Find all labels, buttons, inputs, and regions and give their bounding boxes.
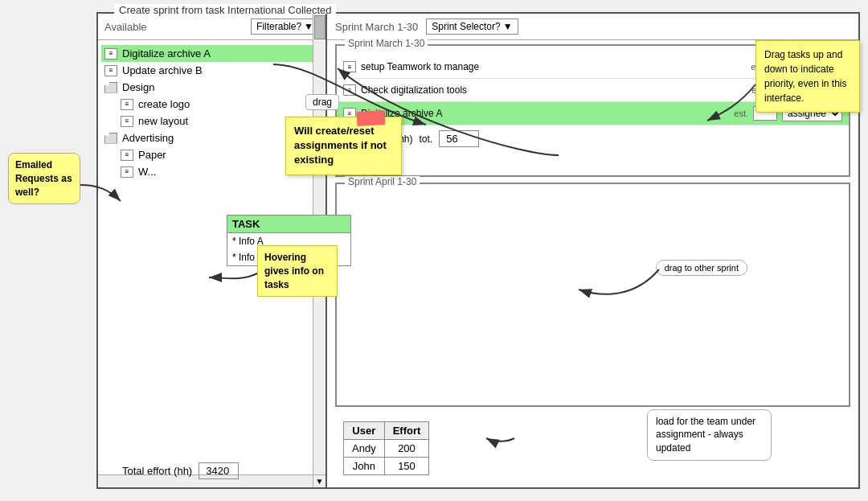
- sprint-selector-label: Sprint Selector?: [432, 21, 500, 32]
- user-cell: Andy: [344, 440, 385, 458]
- sprint-task-name: setup Teamwork to manage: [361, 61, 479, 72]
- total-effort-label: Total effort (hh): [122, 465, 192, 477]
- list-item[interactable]: ≡ create logo: [117, 96, 322, 113]
- task-name: Update archive B: [122, 64, 203, 76]
- folder-icon: [104, 133, 117, 144]
- list-item[interactable]: Design: [101, 79, 322, 96]
- filterable-label: Filterable?: [256, 21, 301, 32]
- task-name: Paper: [138, 149, 166, 161]
- col-header-user: User: [344, 422, 385, 440]
- effort-cell: 200: [384, 440, 429, 458]
- user-cell: John: [344, 458, 385, 475]
- drag-to-sprint-label: drag to other sprint: [656, 260, 747, 276]
- list-item[interactable]: ≡ Digitalize archive A: [101, 45, 322, 62]
- load-bubble: load for the team under assignment - alw…: [647, 409, 772, 461]
- task-icon: ≡: [104, 65, 117, 76]
- total-effort-value: 3420: [199, 462, 239, 479]
- emailed-requests-text: Emailed Requests as well?: [15, 159, 72, 198]
- hover-tooltip: Hovering gives info on tasks: [257, 245, 338, 297]
- summary-table: User Effort Andy 200 John 150: [343, 421, 429, 475]
- emailed-requests-note: Emailed Requests as well?: [8, 153, 80, 204]
- drag-label: drag: [305, 94, 339, 110]
- folder-icon: [104, 82, 117, 93]
- scrollbar-thumb[interactable]: [314, 15, 326, 39]
- filterable-button[interactable]: Filterable? ▼: [251, 18, 319, 35]
- task-name: Design: [122, 81, 154, 93]
- sprint-label: Sprint March 1-30: [335, 21, 418, 33]
- scrollbar-down[interactable]: ▼: [313, 474, 326, 487]
- available-label: Available: [104, 21, 147, 33]
- effort-total-value: 56: [439, 130, 479, 147]
- right-info-text: Drag tasks up and down to indicate prior…: [764, 49, 847, 104]
- task-name: create logo: [138, 98, 190, 110]
- task-name: Advertising: [122, 132, 174, 144]
- sprint-effort-row: Sprint effort (hh) tot. 56: [337, 125, 849, 152]
- table-row: Andy 200: [344, 440, 429, 458]
- sprint-header: Sprint March 1-30 Sprint Selector? ▼: [327, 14, 858, 40]
- sprint-april-title: Sprint April 1-30: [345, 176, 420, 187]
- effort-total-label: tot.: [419, 133, 432, 145]
- sprint-selector-button[interactable]: Sprint Selector? ▼: [426, 18, 518, 35]
- col-header-effort: Effort: [384, 422, 429, 440]
- sprint-april-section: Sprint April 1-30: [335, 183, 850, 407]
- task-icon: ≡: [121, 166, 133, 178]
- effort-cell: 150: [384, 458, 429, 475]
- load-bubble-text: load for the team under assignment - alw…: [656, 416, 755, 454]
- task-icon: ≡: [343, 84, 356, 96]
- sprint-march-title: Sprint March 1-30: [345, 38, 428, 49]
- drag-label-text: drag: [313, 97, 332, 108]
- info-popup-title: TASK: [232, 218, 260, 230]
- available-header: Available Filterable? ▼: [98, 14, 326, 40]
- task-name: Digitalize archive A: [122, 47, 211, 60]
- drag-to-sprint-text: drag to other sprint: [665, 263, 739, 273]
- sticky-tab: [357, 110, 386, 126]
- list-item[interactable]: ≡ Update archive B: [101, 62, 322, 79]
- summary-table-container: User Effort Andy 200 John 150: [343, 421, 429, 475]
- task-icon: ≡: [104, 48, 117, 60]
- hover-tooltip-text: Hovering gives info on tasks: [264, 252, 324, 290]
- drag-note: Will create/reset assignments if not exi…: [285, 117, 402, 175]
- task-name: new layout: [138, 115, 188, 127]
- task-name: W...: [138, 166, 156, 178]
- task-icon: ≡: [121, 116, 133, 127]
- task-icon: ≡: [343, 61, 356, 72]
- right-info-note: Drag tasks up and down to indicate prior…: [755, 40, 860, 113]
- task-icon: ≡: [121, 99, 133, 110]
- sprint-task-name: Check digitalization tools: [361, 84, 467, 96]
- info-popup-header: TASK: [227, 216, 350, 233]
- task-icon: ≡: [121, 150, 133, 161]
- table-row: John 150: [344, 458, 429, 475]
- dropdown-arrow-icon: ▼: [503, 21, 513, 32]
- total-effort: Total effort (hh) 3420: [122, 462, 239, 479]
- drag-note-text: Will create/reset assignments if not exi…: [294, 125, 387, 166]
